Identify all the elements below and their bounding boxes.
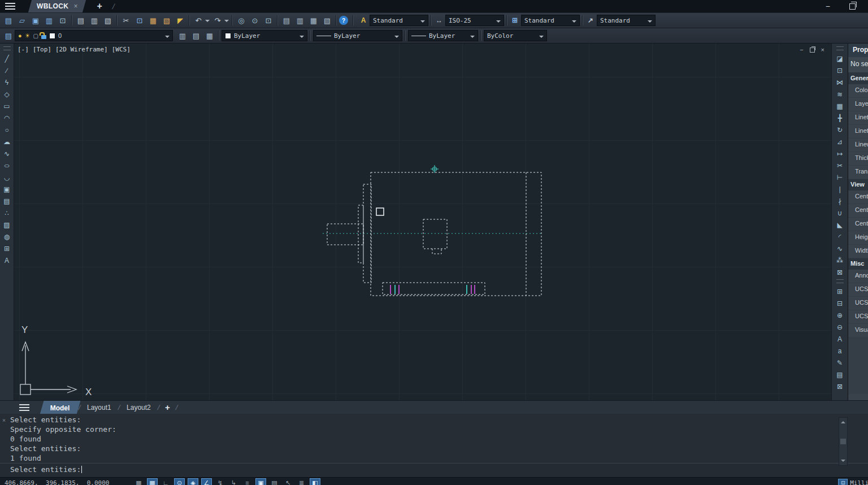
- tab-model[interactable]: Model: [40, 401, 81, 414]
- spline-icon[interactable]: ∿: [1, 148, 12, 159]
- break-icon[interactable]: ∤: [834, 195, 845, 207]
- group-icon[interactable]: ⊞: [834, 285, 845, 297]
- property-row-visual-style[interactable]: Visual style: [848, 324, 868, 337]
- section-misc[interactable]: Misc: [848, 258, 868, 270]
- polyline-icon[interactable]: ϟ: [1, 76, 12, 88]
- tool-palettes-icon[interactable]: ▥: [294, 15, 306, 26]
- erase-icon[interactable]: ◪: [834, 53, 845, 64]
- object-snap-toggle[interactable]: ◈: [188, 478, 198, 485]
- layer-states-icon[interactable]: ▤: [190, 30, 202, 41]
- array-icon[interactable]: ▦: [834, 100, 845, 112]
- copy-nested-icon[interactable]: ⊠: [834, 380, 845, 392]
- drawing-units-control[interactable]: ⊡ Millim: [838, 479, 868, 485]
- layer-isolate-icon[interactable]: ▦: [203, 30, 216, 41]
- design-center-icon[interactable]: ▦: [307, 15, 320, 26]
- tab-layout2[interactable]: Layout2: [120, 404, 158, 412]
- chamfer-icon[interactable]: ◣: [834, 219, 845, 231]
- property-row-linetype-scale[interactable]: Linetype scale: [848, 125, 868, 138]
- cut-icon[interactable]: ✂: [120, 15, 132, 26]
- toolbar-grip[interactable]: [3, 46, 11, 50]
- edit-block-icon[interactable]: ⊠: [834, 266, 845, 278]
- move-icon[interactable]: ╋: [834, 112, 845, 124]
- break-at-point-icon[interactable]: ∣: [834, 183, 845, 195]
- property-row-center-y[interactable]: Center Y: [848, 204, 868, 218]
- plot-style-combo[interactable]: ByColor: [484, 30, 547, 41]
- explode-icon[interactable]: ⁂: [834, 254, 845, 266]
- properties-palette-icon[interactable]: ▤: [280, 15, 293, 26]
- command-input[interactable]: Select entities:: [0, 463, 868, 477]
- layer-combo[interactable]: ● ☀ ▢ 0: [15, 30, 173, 41]
- toolbar-grip[interactable]: [836, 279, 844, 283]
- offset-icon[interactable]: ≋: [834, 88, 845, 100]
- layer-viewport-freeze-icon[interactable]: ▢: [33, 33, 38, 39]
- object-snap-tracking-toggle[interactable]: ∠: [201, 478, 212, 485]
- property-row-ucs-icon-on[interactable]: UCS icon On: [848, 283, 868, 297]
- layer-previous-icon[interactable]: ▥: [176, 30, 189, 41]
- sheet-set-manager-icon[interactable]: ▧: [321, 15, 333, 26]
- help-icon[interactable]: ?: [339, 16, 348, 25]
- add-layout-button[interactable]: +: [159, 402, 176, 412]
- mirror-icon[interactable]: ⋈: [834, 76, 845, 88]
- spell-check-icon[interactable]: A: [834, 333, 845, 345]
- layout-menu-icon[interactable]: [19, 404, 29, 411]
- layer-on-bulb-icon[interactable]: ●: [18, 32, 22, 39]
- redo-dropdown-icon[interactable]: [224, 20, 229, 24]
- file-save-as-icon[interactable]: ▥: [43, 15, 55, 26]
- command-close-icon[interactable]: ×: [2, 417, 6, 423]
- add-to-group-icon[interactable]: ⊕: [834, 309, 845, 321]
- window-minimize-button[interactable]: −: [826, 2, 830, 11]
- polar-tracking-toggle[interactable]: ⊙: [174, 478, 185, 485]
- publish-icon[interactable]: ▧: [102, 15, 114, 26]
- arc-icon[interactable]: ◠: [1, 112, 12, 124]
- paste-icon[interactable]: ▦: [147, 15, 159, 26]
- point-icon[interactable]: ∴: [1, 207, 12, 219]
- dynamic-input-toggle[interactable]: ↯: [215, 478, 225, 485]
- construction-line-icon[interactable]: ∕: [1, 64, 12, 76]
- linetype-control-combo[interactable]: ByLayer: [313, 30, 402, 41]
- join-icon[interactable]: ∪: [834, 207, 845, 219]
- drawing-canvas[interactable]: [-] [Top] [2D Wireframe] [WCS] − ×: [14, 44, 831, 400]
- ortho-mode-toggle[interactable]: ∟: [160, 478, 171, 485]
- copy-object-icon[interactable]: ⊡: [834, 64, 845, 76]
- zoom-previous-icon[interactable]: ⊙: [249, 15, 261, 26]
- file-save-icon[interactable]: ▣: [29, 15, 42, 26]
- stretch-icon[interactable]: ↦: [834, 148, 845, 159]
- scroll-up-icon[interactable]: [841, 419, 845, 423]
- polygon-icon[interactable]: ◇: [1, 88, 12, 100]
- lineweight-control-combo[interactable]: ByLayer: [408, 30, 478, 41]
- plot-preview-icon[interactable]: ▥: [88, 15, 101, 26]
- edit-spline-icon[interactable]: ∿: [834, 242, 845, 254]
- hatch-icon[interactable]: ▨: [1, 219, 12, 231]
- toolbar-grip[interactable]: [836, 46, 844, 50]
- gradient-icon[interactable]: ◍: [1, 231, 12, 242]
- remove-from-group-icon[interactable]: ⊖: [834, 321, 845, 333]
- snap-mode-toggle[interactable]: ▦: [147, 478, 158, 485]
- find-text-icon[interactable]: a: [834, 345, 845, 357]
- property-row-ucs-icon-origin[interactable]: UCS icon at origin: [848, 297, 868, 310]
- annotation-monitor-toggle[interactable]: ≣: [296, 478, 307, 485]
- selection-cycling-toggle[interactable]: ↖: [283, 478, 293, 485]
- grid-display-toggle[interactable]: ▦: [133, 478, 144, 485]
- text-style-combo[interactable]: Standard: [370, 15, 428, 26]
- table-icon[interactable]: ⊞: [1, 242, 12, 254]
- command-scrollbar[interactable]: [839, 417, 848, 466]
- zoom-window-icon[interactable]: ⊡: [262, 15, 275, 26]
- property-row-transparency[interactable]: Transparency: [848, 166, 868, 179]
- new-document-tab-button[interactable]: +: [97, 1, 102, 11]
- revision-cloud-icon[interactable]: ☁: [1, 136, 12, 148]
- property-row-annotation-scale[interactable]: Annotation scale: [848, 270, 868, 283]
- dynamic-ucs-toggle[interactable]: ↳: [228, 478, 239, 485]
- circle-icon[interactable]: ○: [1, 124, 12, 136]
- file-copy-icon[interactable]: ⊡: [57, 15, 69, 26]
- property-row-ucs-per-viewport[interactable]: UCS per viewport: [848, 310, 868, 324]
- property-row-thickness[interactable]: Thickness: [848, 152, 868, 166]
- multiline-text-icon[interactable]: A: [1, 254, 12, 266]
- create-block-icon[interactable]: ▤: [1, 195, 12, 207]
- line-icon[interactable]: ╱: [1, 53, 12, 64]
- insert-block-icon[interactable]: ▣: [1, 183, 12, 195]
- zoom-realtime-icon[interactable]: ◎: [235, 15, 248, 26]
- property-row-center-x[interactable]: Center X: [848, 190, 868, 204]
- annotation-icon[interactable]: ▤: [834, 369, 845, 380]
- property-row-lineweight[interactable]: Lineweight: [848, 138, 868, 152]
- undo-icon[interactable]: ↶: [192, 15, 205, 26]
